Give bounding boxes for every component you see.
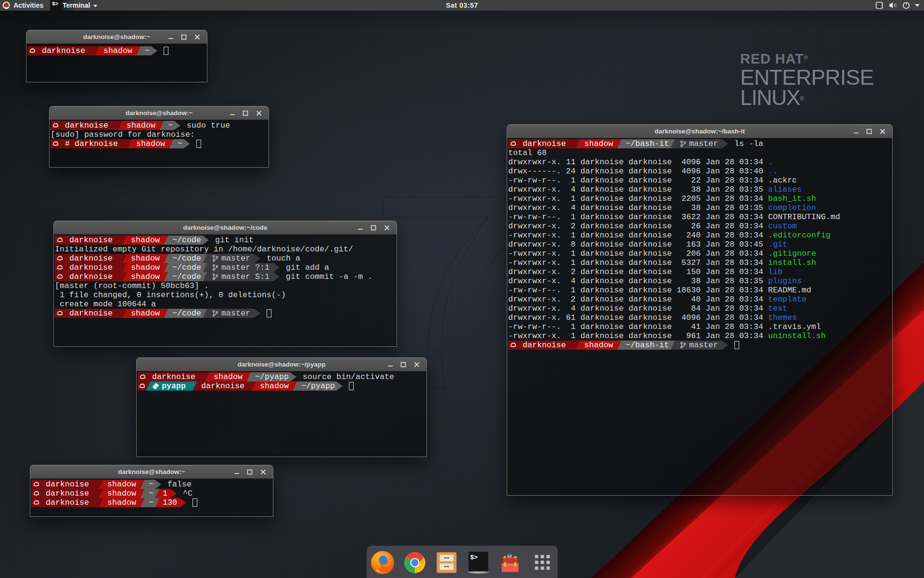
svg-text:$>: $> bbox=[470, 554, 478, 561]
